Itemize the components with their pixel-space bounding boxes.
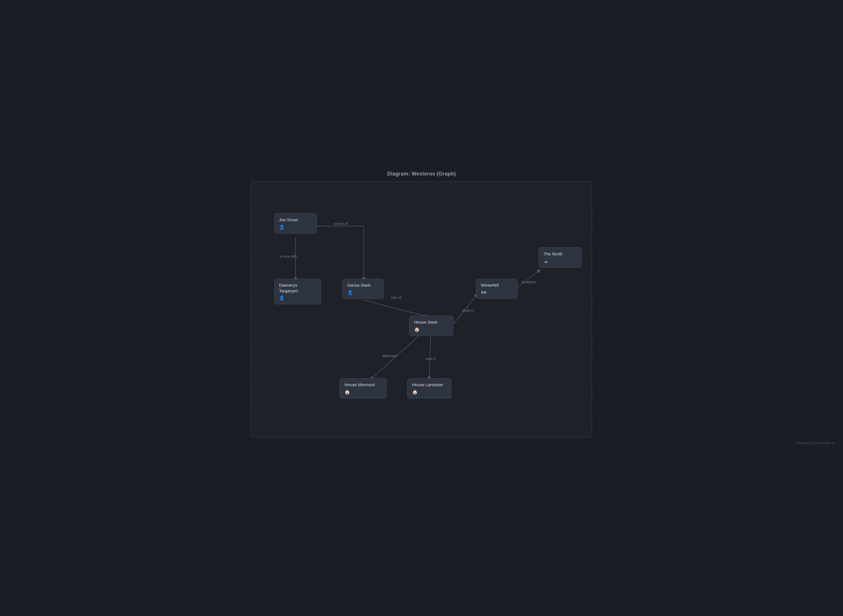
edge-label-cousin-of: cousin of [334,222,347,226]
node-house-stark[interactable]: House Stark 🏠 [409,316,453,336]
page-title: Diagram: Westeros (Graph) [387,171,456,177]
svg-line-4 [371,336,419,379]
svg-line-2 [453,294,477,324]
node-house-stark-label: House Stark [414,320,449,325]
svg-line-1 [364,300,427,317]
node-jon-snow-label: Jon Snow [279,217,312,223]
edge-label-allied-with: allied with [382,354,397,358]
node-sansa-stark[interactable]: Sansa Stark 👤 [342,279,384,299]
node-daenerys[interactable]: Daenerys Targaryen 👤 [274,279,321,304]
node-the-north[interactable]: The North ☁ [539,248,581,268]
node-sansa-label: Sansa Stark [347,282,379,288]
edge-label-located-in: located in [522,280,536,284]
svg-line-5 [429,336,431,379]
node-winterfell-label: Winterfell [481,282,513,288]
edge-label-ruler-of: ruler of [391,296,401,300]
castle-icon-winterfell: ■■ [481,290,513,295]
node-house-lannister-label: House Lannister [412,382,447,388]
svg-line-3 [518,270,540,287]
diagram-canvas: in love with cousin of ruler of seats in… [251,182,592,437]
node-winterfell[interactable]: Winterfell ■■ [476,279,518,299]
edge-label-seats-in: seats in [462,309,474,312]
node-jon-snow[interactable]: Jon Snow 👤 [274,213,317,233]
person-icon-sansa: 👤 [347,290,379,295]
person-icon-daenerys: 👤 [279,295,316,301]
watermark: created in SandState.io [796,441,837,445]
house-icon-stark: 🏠 [414,327,449,332]
node-house-lannister[interactable]: House Lannister 🏠 [407,378,452,399]
node-house-mormont[interactable]: House Mormont 🏠 [340,378,387,399]
house-icon-lannister: 🏠 [412,389,447,395]
node-daenerys-label: Daenerys Targaryen [279,282,316,293]
house-icon-mormont: 🏠 [345,389,382,395]
node-house-mormont-label: House Mormont [345,382,382,388]
edge-label-rival-of: rival of [425,357,435,361]
edge-label-in-love-with: in love with [280,255,297,258]
cloud-icon-north: ☁ [544,258,576,264]
node-the-north-label: The North [544,251,576,257]
person-icon-jon: 👤 [279,224,312,230]
